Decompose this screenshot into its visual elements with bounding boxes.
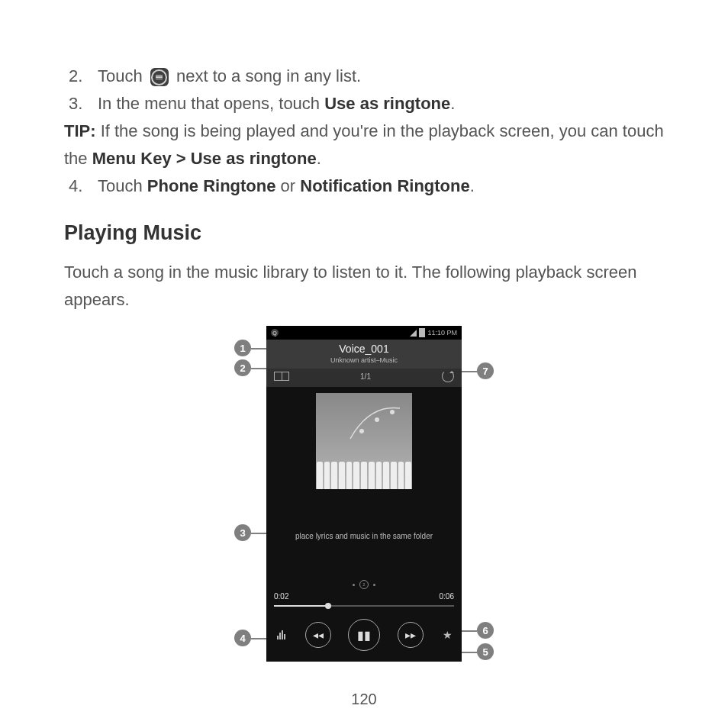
page-indicator: 2 [266,577,462,592]
text: . [470,176,475,195]
text: Touch [98,176,147,195]
playback-figure: 1 2 3 4 7 6 5 Q 11:10 PM Voice_001 Unkno… [234,326,494,677]
tip-paragraph: TIP: If the song is being played and you… [64,118,664,172]
svg-point-0 [359,429,364,433]
refresh-icon[interactable] [442,370,454,382]
text: . [450,94,455,113]
step-text: In the menu that opens, touch Use as rin… [98,90,664,118]
text: . [317,149,321,168]
prev-button[interactable]: ◂◂ [305,622,331,648]
track-counter: 1/1 [360,372,371,381]
pause-button[interactable]: ▮▮ [348,619,380,651]
menu-circle-icon [150,68,169,86]
time-total: 0:06 [440,592,454,601]
page-number: 120 [0,691,728,708]
bold-text: Menu Key > Use as ringtone [92,149,317,168]
album-art-area [266,387,462,495]
next-button[interactable]: ▸▸ [398,622,424,648]
step-number: 3. [64,90,98,118]
step-number: 2. [64,63,98,90]
intro-paragraph: Touch a song in the music library to lis… [64,259,664,314]
player-subbar: 1/1 [266,369,462,387]
text: Touch [98,66,143,85]
status-bar: Q 11:10 PM [266,326,462,340]
callout-7: 7 [477,362,494,379]
track-title: Voice_001 [266,343,462,355]
svg-point-2 [390,410,395,414]
star-icon[interactable]: ★ [440,629,454,641]
dot-icon [353,584,355,586]
text: next to a song in any list. [176,66,361,85]
lyrics-area: place lyrics and music in the same folde… [266,495,462,577]
page-dot: 2 [359,580,369,589]
status-time: 11:10 PM [427,329,457,337]
album-art [316,393,412,489]
bold-text: Notification Ringtone [300,176,469,195]
callout-2: 2 [234,359,251,376]
status-icon: Q [271,329,279,337]
svg-point-1 [375,417,379,422]
bold-text: Phone Ringtone [147,176,276,195]
section-heading: Playing Music [64,221,664,245]
callout-4: 4 [234,630,251,646]
progress-bar[interactable] [274,602,454,610]
text: In the menu that opens, touch [98,94,324,113]
player-header: Voice_001 Unknown artist–Music [266,340,462,369]
step-text: Touch next to a song in any list. [98,63,664,90]
time-row: 0:02 0:06 [266,592,462,601]
tip-label: TIP: [64,121,96,140]
phone-screenshot: Q 11:10 PM Voice_001 Unknown artist–Musi… [266,326,462,662]
track-subtitle: Unknown artist–Music [266,356,462,364]
dot-icon [373,584,375,586]
step-text: Touch Phone Ringtone or Notification Rin… [98,172,664,200]
callout-1: 1 [234,340,251,356]
fence-graphic [316,462,412,489]
callout-5: 5 [477,643,494,660]
equalizer-icon[interactable] [274,630,288,639]
signal-icon [410,330,417,337]
step-number: 4. [64,172,98,200]
callout-3: 3 [234,524,251,541]
bold-text: Use as ringtone [324,94,450,113]
callout-6: 6 [477,622,494,639]
time-elapsed: 0:02 [274,592,288,601]
music-notes-icon [346,401,407,446]
text: or [275,176,300,195]
instruction-list: 2. Touch next to a song in any list. 3. … [64,63,664,200]
lyrics-hint: place lyrics and music in the same folde… [295,532,433,540]
dolby-icon[interactable] [274,372,289,381]
player-controls: ◂◂ ▮▮ ▸▸ ★ [266,614,462,662]
battery-icon [419,328,425,337]
